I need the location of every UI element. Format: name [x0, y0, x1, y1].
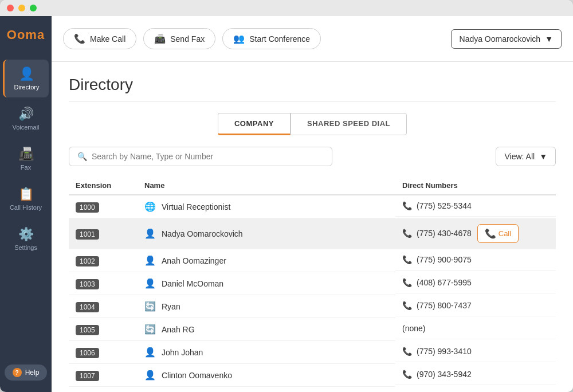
cell-extension: 1004	[69, 295, 138, 318]
main-area: 📞 Make Call 📠 Send Fax 👥 Start Conferenc…	[52, 16, 573, 392]
help-button[interactable]: ? Help	[5, 364, 48, 381]
cell-name: 👤Clinton Oomavenko	[138, 364, 395, 387]
phone-icon: 📞	[402, 201, 412, 210]
phone-icon: 📞	[74, 33, 85, 44]
directory-icon: 👤	[19, 66, 34, 81]
phone-number: (775) 525-5344	[417, 201, 472, 210]
sidebar-item-fax-label: Fax	[21, 164, 31, 171]
phone-number: (775) 900-9075	[417, 255, 472, 264]
send-fax-label: Send Fax	[170, 34, 205, 44]
sidebar: Ooma 👤 Directory 🔊 Voicemail 📠 Fax 📋 Cal…	[0, 16, 52, 392]
phone-icon: 📞	[402, 370, 412, 379]
cell-phone: 📞(775) 993-3410	[395, 341, 556, 362]
cell-phone: 📞(530) 405-2228	[395, 387, 556, 393]
sidebar-item-fax[interactable]: 📠 Fax	[3, 140, 49, 178]
extension-badge: 1004	[76, 302, 99, 312]
contact-type-icon: 👤	[144, 347, 156, 358]
start-conference-button[interactable]: 👥 Start Conference	[222, 28, 321, 49]
sidebar-item-call-history[interactable]: 📋 Call History	[3, 180, 49, 218]
table-row[interactable]: 1002👤Anah Oomazinger📞(775) 900-9075	[69, 249, 556, 272]
sidebar-item-settings-label: Settings	[14, 244, 37, 251]
table-row[interactable]: 1001👤Nadya Oomarockovich📞(775) 430-4678📞…	[69, 218, 556, 249]
cell-phone: 📞(775) 800-7437	[395, 295, 556, 316]
cell-phone: (none)	[395, 318, 556, 339]
cell-extension: 1005	[69, 318, 138, 341]
extension-badge: 1006	[76, 348, 99, 358]
table-row[interactable]: 1005🔄Anah RG(none)	[69, 318, 556, 341]
cell-name: 🌐Virtual Receptionist	[138, 195, 395, 218]
cell-phone: 📞(775) 430-4678📞Call	[395, 218, 556, 249]
conference-icon: 👥	[233, 33, 245, 44]
minimize-button[interactable]	[18, 5, 25, 11]
extension-badge: 1007	[76, 371, 99, 381]
phone-number: (775) 993-3410	[417, 347, 472, 356]
phone-icon: 📞	[402, 301, 412, 310]
extension-badge: 1002	[76, 256, 99, 266]
cell-phone: 📞(775) 900-9075	[395, 249, 556, 271]
fax-icon: 📠	[18, 147, 34, 162]
cell-extension: 1000	[69, 195, 138, 218]
search-input[interactable]	[92, 152, 324, 161]
help-icon: ?	[13, 368, 22, 377]
tab-shared-speed-dial[interactable]: SHARED SPEED DIAL	[291, 113, 407, 135]
th-name: Name	[138, 177, 395, 195]
phone-number: (970) 343-5942	[417, 370, 472, 379]
content-area: Directory COMPANY SHARED SPEED DIAL 🔍 Vi…	[52, 62, 573, 392]
contact-type-icon: 👤	[144, 255, 156, 266]
cell-name: 👤Anah Oomazinger	[138, 249, 395, 272]
inline-call-icon: 📞	[485, 228, 496, 239]
title-divider	[69, 101, 556, 101]
make-call-button[interactable]: 📞 Make Call	[63, 28, 136, 49]
send-fax-button[interactable]: 📠 Send Fax	[143, 28, 215, 49]
table-row[interactable]: 1007👤Clinton Oomavenko📞(970) 343-5942	[69, 364, 556, 387]
sidebar-item-directory[interactable]: 👤 Directory	[3, 60, 49, 97]
phone-number: (775) 800-7437	[417, 301, 472, 310]
voicemail-icon: 🔊	[18, 107, 34, 121]
cell-name: 👤Nadya Oomarockovich	[138, 218, 395, 249]
contact-name: Virtual Receptionist	[162, 202, 230, 211]
controls-row: 🔍 View: All ▼	[69, 147, 556, 166]
table-row[interactable]: 1000🌐Virtual Receptionist📞(775) 525-5344	[69, 195, 556, 218]
user-name: Nadya Oomarockovich	[460, 34, 541, 44]
dropdown-arrow-icon: ▼	[545, 34, 553, 44]
contact-name: Daniel McOoman	[162, 279, 223, 288]
tab-company[interactable]: COMPANY	[218, 113, 291, 135]
inline-call-button[interactable]: 📞Call	[477, 224, 519, 243]
phone-icon: 📞	[402, 278, 412, 287]
table-row[interactable]: 1008👤Susan Villa📞(530) 405-2228	[69, 387, 556, 393]
cell-name: 👤Daniel McOoman	[138, 272, 395, 295]
extension-badge: 1005	[76, 325, 99, 335]
logo: Ooma	[7, 22, 45, 48]
table-row[interactable]: 1004🔄Ryan📞(775) 800-7437	[69, 295, 556, 318]
sidebar-item-voicemail[interactable]: 🔊 Voicemail	[3, 100, 49, 138]
search-box[interactable]: 🔍	[69, 147, 332, 166]
contact-type-icon: 👤	[144, 228, 156, 239]
view-dropdown[interactable]: View: All ▼	[496, 147, 556, 166]
extension-badge: 1000	[76, 202, 99, 213]
make-call-label: Make Call	[90, 34, 125, 44]
app-body: Ooma 👤 Directory 🔊 Voicemail 📠 Fax 📋 Cal…	[0, 16, 573, 392]
table-row[interactable]: 1003👤Daniel McOoman📞(408) 677-5995	[69, 272, 556, 295]
logo-text: Ooma	[7, 28, 45, 42]
close-button[interactable]	[7, 5, 14, 11]
table-header: Extension Name Direct Numbers	[69, 177, 556, 195]
user-dropdown[interactable]: Nadya Oomarockovich ▼	[451, 29, 562, 49]
contact-type-icon: 🔄	[144, 301, 156, 312]
contact-name: Clinton Oomavenko	[162, 371, 232, 380]
cell-name: 👤Susan Villa	[138, 387, 395, 393]
cell-name: 🔄Anah RG	[138, 318, 395, 341]
maximize-button[interactable]	[30, 5, 37, 11]
start-conference-label: Start Conference	[249, 34, 310, 44]
sidebar-item-settings[interactable]: ⚙️ Settings	[3, 220, 49, 258]
contacts-table: Extension Name Direct Numbers 1000🌐Virtu…	[69, 177, 556, 392]
phone-icon: 📞	[402, 255, 412, 264]
cell-extension: 1001	[69, 218, 138, 249]
cell-extension: 1008	[69, 387, 138, 393]
page-title: Directory	[69, 76, 556, 94]
sidebar-item-call-history-label: Call History	[10, 204, 42, 211]
phone-number: (775) 430-4678	[417, 229, 472, 238]
table-row[interactable]: 1006👤John Johan📞(775) 993-3410	[69, 341, 556, 364]
extension-badge: 1001	[76, 229, 99, 240]
phone-number: (408) 677-5995	[417, 278, 472, 287]
help-label: Help	[25, 369, 40, 377]
